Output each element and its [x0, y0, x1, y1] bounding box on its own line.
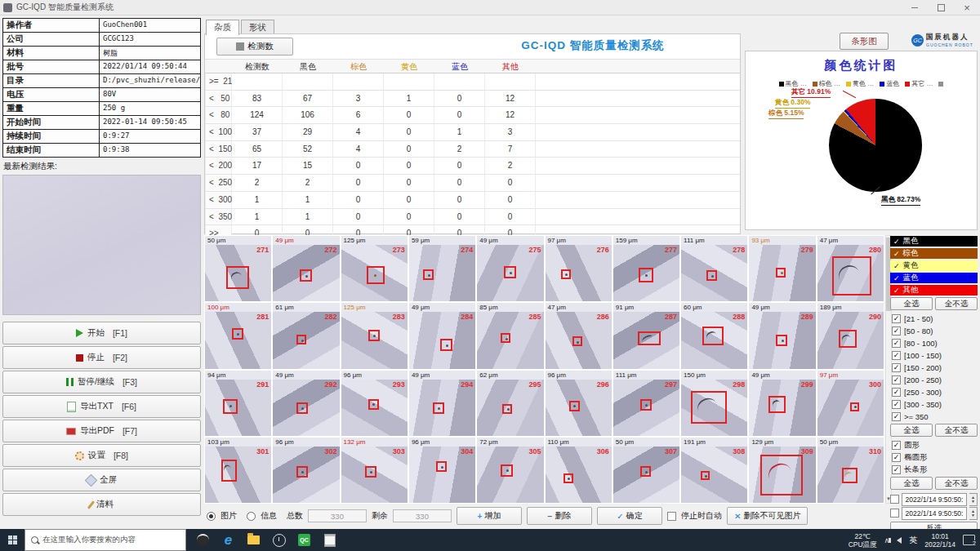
color-filter-row[interactable]: ✓黄色: [890, 260, 978, 271]
size-range-row[interactable]: ✓[200 - 250): [890, 374, 978, 386]
export-pdf-button[interactable]: 导出PDF[F7]: [2, 420, 201, 442]
grid-tile[interactable]: 62 μm295: [477, 371, 543, 436]
export-txt-button[interactable]: 导出TXT[F6]: [2, 395, 201, 418]
color-filter-row[interactable]: ✓棕色: [890, 248, 978, 259]
grid-tile[interactable]: 49 μm294: [409, 371, 475, 436]
remaining-input[interactable]: 330: [393, 509, 452, 522]
range-checkbox[interactable]: ✓: [892, 327, 901, 335]
grid-tile[interactable]: 125 μm283: [341, 303, 408, 368]
grid-tile[interactable]: 93 μm279: [749, 236, 815, 301]
size-range-row[interactable]: ✓[21 - 50): [890, 313, 978, 325]
grid-tile[interactable]: 100 μm281: [205, 303, 271, 368]
size-range-row[interactable]: ✓>= 350: [890, 411, 978, 423]
color-filter-row[interactable]: ✓其他: [890, 285, 978, 295]
grid-tile[interactable]: 150 μm298: [681, 371, 747, 436]
spinner-arrows-icon[interactable]: ▲▼: [969, 493, 978, 506]
grid-tile[interactable]: 96 μm304: [409, 438, 475, 503]
notification-icon[interactable]: 2: [963, 535, 975, 545]
range-checkbox[interactable]: ✓: [892, 412, 901, 421]
grid-tile[interactable]: 96 μm302: [273, 438, 339, 503]
grid-tile[interactable]: 103 μm301: [205, 438, 271, 503]
explorer-app-icon[interactable]: [247, 533, 261, 547]
range-checkbox[interactable]: ✓: [892, 400, 901, 409]
start-button[interactable]: 开始[F1]: [2, 322, 201, 344]
grid-tile[interactable]: 129 μm309: [749, 438, 815, 503]
clear-material-button[interactable]: 清料: [2, 493, 201, 516]
grid-tile[interactable]: 111 μm278: [681, 236, 747, 301]
radio-info[interactable]: [247, 512, 256, 521]
shape-checkbox[interactable]: ✓: [892, 453, 901, 462]
range-checkbox[interactable]: ✓: [892, 351, 901, 360]
confirm-button[interactable]: ✓确定: [597, 507, 662, 525]
size-range-row[interactable]: ✓[80 - 100): [890, 337, 978, 349]
delete-invisible-button[interactable]: ✕删除不可见图片: [727, 507, 808, 525]
grid-tile[interactable]: 47 μm286: [546, 303, 612, 368]
range-checkbox[interactable]: ✓: [892, 388, 901, 397]
range-checkbox[interactable]: ✓: [892, 375, 901, 384]
grid-tile[interactable]: 96 μm293: [341, 371, 408, 436]
volume-icon[interactable]: [897, 537, 902, 544]
notepad-app-icon[interactable]: [323, 533, 336, 547]
start-button[interactable]: [0, 529, 24, 551]
date-spinner[interactable]: 2022/1/14 9:50:50:: [902, 507, 967, 520]
bar-chart-button[interactable]: 条形图: [840, 33, 889, 50]
shape-checkbox[interactable]: ✓: [892, 441, 901, 450]
clock-app-icon[interactable]: [272, 533, 286, 547]
auto-on-stop-checkbox[interactable]: [667, 512, 676, 521]
add-button[interactable]: +增加: [457, 507, 522, 525]
date-spinner[interactable]: 2022/1/14 9:50:50:: [902, 493, 967, 506]
grid-tile[interactable]: 72 μm305: [477, 438, 543, 503]
pause-resume-button[interactable]: 暂停/继续[F3]: [2, 371, 201, 393]
detect-count-button[interactable]: 检测数: [216, 38, 293, 56]
grid-tile[interactable]: 49 μm275: [477, 236, 543, 301]
grid-tile[interactable]: 47 μm280: [817, 236, 884, 301]
range-checkbox[interactable]: ✓: [892, 314, 901, 323]
select-none-button[interactable]: 全不选: [935, 477, 978, 490]
size-range-row[interactable]: ✓[300 - 350): [890, 398, 978, 411]
range-checkbox[interactable]: ✓: [892, 363, 901, 372]
grid-tile[interactable]: 60 μm288: [681, 303, 747, 368]
delete-button[interactable]: −删除: [527, 507, 592, 525]
grid-tile[interactable]: 85 μm285: [477, 303, 543, 368]
shape-checkbox[interactable]: ✓: [892, 465, 901, 474]
grid-tile[interactable]: 125 μm273: [341, 236, 408, 301]
select-all-button[interactable]: 全选: [890, 424, 933, 437]
maximize-icon[interactable]: [928, 0, 954, 15]
select-none-button[interactable]: 全不选: [935, 424, 978, 437]
clock-display[interactable]: 10:012022/1/14: [924, 532, 956, 549]
shape-filter-row[interactable]: ✓长条形: [890, 464, 978, 476]
grid-tile[interactable]: 49 μm299: [749, 371, 815, 436]
total-input[interactable]: 330: [308, 509, 367, 522]
edge-app-icon[interactable]: e: [221, 533, 235, 547]
grid-tile[interactable]: 49 μm292: [273, 371, 339, 436]
fullscreen-button[interactable]: 全屏: [2, 469, 201, 491]
grid-tile[interactable]: 50 μm271: [205, 236, 271, 301]
grid-tile[interactable]: 96 μm296: [546, 371, 612, 436]
date-checkbox[interactable]: [890, 509, 899, 518]
settings-button[interactable]: 设置[F8]: [2, 444, 201, 467]
grid-tile[interactable]: 49 μm289: [749, 303, 815, 368]
grid-tile[interactable]: 97 μm300: [817, 371, 884, 436]
grid-tile[interactable]: 189 μm290: [817, 303, 884, 368]
taskbar-search-input[interactable]: 在这里输入你要搜索的内容: [24, 529, 186, 551]
grid-tile[interactable]: 110 μm306: [546, 438, 612, 503]
stop-button[interactable]: 停止[F2]: [2, 346, 201, 369]
ime-indicator[interactable]: 英: [909, 535, 917, 546]
spinner-arrows-icon[interactable]: ▲▼: [969, 507, 978, 520]
minimize-icon[interactable]: [902, 0, 928, 15]
tab-impurity[interactable]: 杂质: [206, 20, 239, 35]
color-filter-row[interactable]: ✓黑色: [890, 236, 978, 247]
browser-app-icon[interactable]: [196, 533, 210, 547]
grid-tile[interactable]: 49 μm284: [409, 303, 475, 368]
select-all-button[interactable]: 全选: [890, 477, 933, 490]
shape-filter-row[interactable]: ✓椭圆形: [890, 451, 978, 464]
grid-tile[interactable]: 50 μm307: [613, 438, 679, 503]
size-range-row[interactable]: ✓[250 - 300): [890, 386, 978, 398]
size-range-row[interactable]: ✓[50 - 80): [890, 325, 978, 337]
grid-tile[interactable]: 59 μm274: [409, 236, 475, 301]
grid-tile[interactable]: 132 μm303: [341, 438, 408, 503]
qc-app-icon[interactable]: QC: [297, 533, 311, 547]
grid-tile[interactable]: 61 μm282: [273, 303, 339, 368]
grid-tile[interactable]: 97 μm276: [546, 236, 612, 301]
shape-filter-row[interactable]: ✓圆形: [890, 439, 978, 451]
